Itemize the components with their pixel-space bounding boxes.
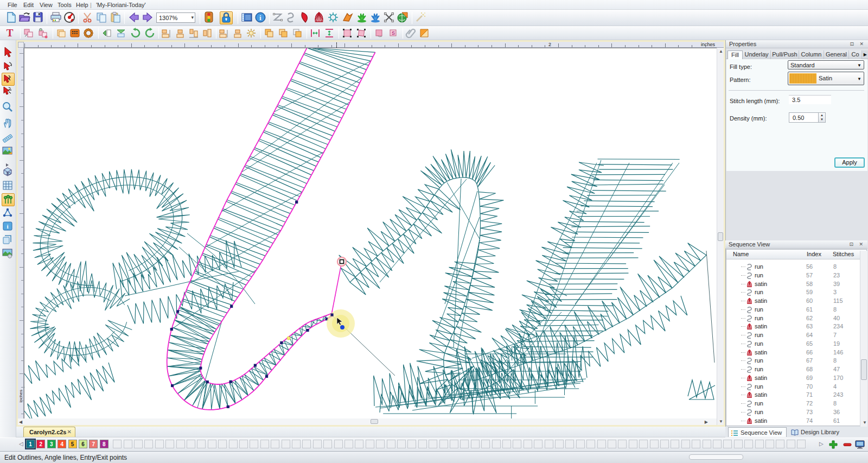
svg-text:3D: 3D (6, 172, 11, 175)
svg-text:i: i (7, 223, 8, 230)
svg-text:S: S (392, 30, 395, 36)
svg-text:T: T (7, 28, 14, 39)
